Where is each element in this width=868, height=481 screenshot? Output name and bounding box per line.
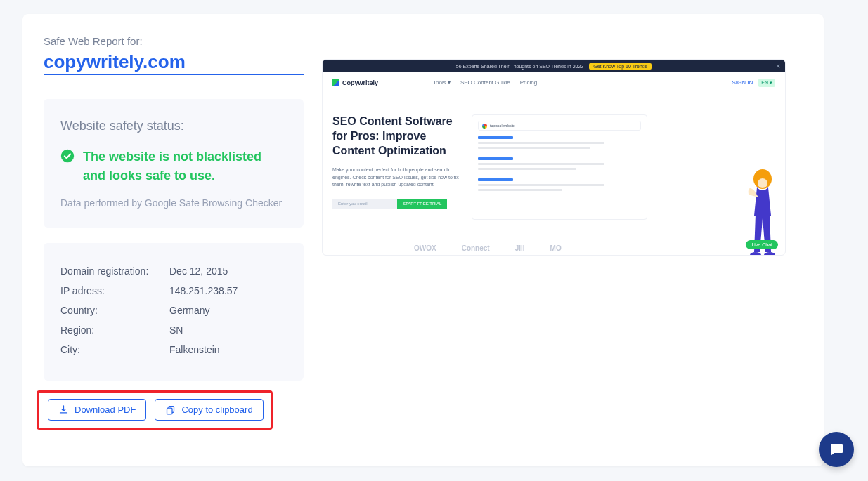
preview-body: SEO Content Software for Pros: Improve C… (323, 93, 785, 256)
info-label: Region: (60, 320, 169, 340)
serp-link (478, 178, 513, 181)
preview-illustration: top cool website (472, 114, 774, 256)
chat-icon (828, 441, 845, 458)
status-title: Website safety status: (60, 119, 287, 133)
left-column: Safe Web Report for: copywritely.com Web… (44, 35, 304, 445)
logo-owox: OWOX (414, 244, 436, 252)
download-pdf-label: Download PDF (75, 404, 136, 415)
preview-text-col: SEO Content Software for Pros: Improve C… (332, 114, 459, 256)
preview-email-input: Enter you email (332, 199, 397, 209)
preview-email-row: Enter you email START FREE TRIAL (332, 199, 459, 209)
preview-nav: Copywritely Tools ▾ SEO Content Guide Pr… (323, 72, 785, 93)
check-circle-icon (60, 149, 75, 163)
info-value: Falkenstein (169, 340, 287, 360)
svg-point-5 (750, 252, 761, 256)
info-value: Germany (169, 301, 287, 320)
serp-link (478, 157, 513, 160)
serp-line (478, 168, 576, 170)
status-message: The website is not blacklisted and looks… (83, 147, 287, 185)
preview-topbar-cta: Get Know Top 10 Trends (589, 63, 652, 70)
table-row: Country:Germany (60, 301, 287, 320)
info-value: SN (169, 320, 287, 340)
serp-query: top cool website (490, 124, 515, 128)
preview-nav-links: Tools ▾ SEO Content Guide Pricing (433, 79, 537, 86)
svg-point-4 (758, 178, 767, 188)
info-label: IP adress: (60, 281, 169, 301)
lang-badge: EN ▾ (758, 79, 775, 87)
preview-topbar: 56 Experts Shared Their Thoughts on SEO … (323, 60, 785, 72)
preview-logo-mark (332, 79, 339, 86)
table-row: City:Falkenstein (60, 340, 287, 360)
serp-card: top cool website (472, 114, 647, 220)
preview-headline: SEO Content Software for Pros: Improve C… (332, 114, 459, 158)
info-label: Country: (60, 301, 169, 320)
nav-guide: SEO Content Guide (460, 79, 510, 86)
google-icon (482, 124, 487, 129)
preview-trial-button: START FREE TRIAL (397, 199, 447, 209)
domain-link[interactable]: copywritely.com (44, 51, 304, 75)
close-icon: ✕ (776, 63, 781, 70)
serp-line (478, 163, 604, 165)
info-table: Domain registration:Dec 12, 2015 IP adre… (60, 261, 287, 360)
info-label: City: (60, 340, 169, 360)
table-row: Domain registration:Dec 12, 2015 (60, 261, 287, 281)
preview-nav-right: SIGN IN EN ▾ (732, 79, 775, 87)
info-value: Dec 12, 2015 (169, 261, 287, 281)
serp-link (478, 136, 513, 139)
actions-row: Download PDF Copy to clipboard (44, 395, 304, 425)
chevron-down-icon: ▾ (448, 79, 451, 86)
info-label: Domain registration: (60, 261, 169, 281)
preview-sub: Make your content perfect for both peopl… (332, 166, 459, 189)
site-preview: 56 Experts Shared Their Thoughts on SEO … (322, 59, 786, 256)
download-icon (58, 404, 69, 415)
report-for-label: Safe Web Report for: (44, 35, 304, 47)
svg-rect-2 (167, 408, 173, 414)
table-row: Region:SN (60, 320, 287, 340)
report-card: Safe Web Report for: copywritely.com Web… (22, 14, 824, 466)
info-box: Domain registration:Dec 12, 2015 IP adre… (44, 243, 304, 381)
preview-logo-text: Copywritely (342, 79, 378, 86)
nav-pricing: Pricing (520, 79, 537, 86)
status-sub: Data performed by Google Safe Browsing C… (60, 195, 287, 211)
serp-line (478, 142, 604, 144)
serp-search: top cool website (478, 121, 641, 131)
signin-link: SIGN IN (732, 79, 753, 86)
preview-logo: Copywritely (332, 79, 378, 86)
preview-partner-logos: OWOX Connect Jili MO (414, 244, 562, 252)
download-pdf-button[interactable]: Download PDF (48, 399, 146, 421)
status-box: Website safety status: The website is no… (44, 99, 304, 228)
table-row: IP adress:148.251.238.57 (60, 281, 287, 301)
info-value: 148.251.238.57 (169, 281, 287, 301)
copy-clipboard-label: Copy to clipboard (181, 404, 252, 415)
logo-jili: Jili (515, 244, 525, 252)
serp-line (478, 184, 604, 186)
chat-fab[interactable] (819, 432, 854, 467)
logo-mo: MO (550, 244, 562, 252)
svg-point-6 (764, 252, 775, 256)
preview-topbar-text: 56 Experts Shared Their Thoughts on SEO … (456, 64, 583, 69)
logo-connect: Connect (462, 244, 490, 252)
nav-tools: Tools ▾ (433, 79, 451, 86)
serp-line (478, 147, 590, 149)
status-line: The website is not blacklisted and looks… (60, 147, 287, 185)
live-chat-badge: Live Chat (746, 240, 778, 249)
serp-line (478, 189, 562, 191)
copy-clipboard-button[interactable]: Copy to clipboard (155, 399, 263, 421)
clipboard-icon (165, 404, 176, 415)
svg-point-0 (61, 150, 74, 162)
